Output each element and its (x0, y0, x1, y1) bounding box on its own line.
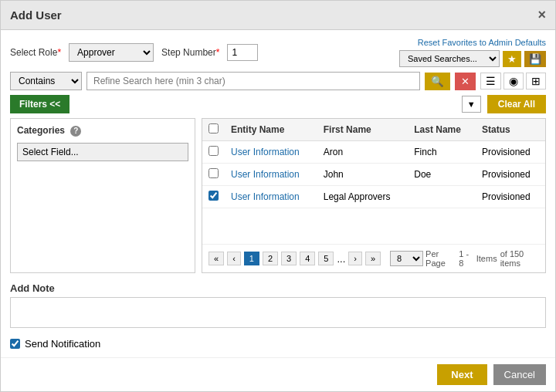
add-note-section: Add Note (10, 282, 546, 330)
modal-title: Add User (10, 8, 62, 22)
contains-select[interactable]: Contains Starts With Ends With (10, 72, 82, 90)
modal-footer: Next Cancel (1, 357, 555, 391)
col-status: Status (476, 119, 545, 141)
grid-view-button[interactable]: ⊞ (526, 73, 546, 90)
cell-last-2: Doe (408, 164, 476, 186)
saved-searches-section: Reset Favorites to Admin Defaults Saved … (399, 38, 546, 67)
cell-status-1: Provisioned (476, 141, 545, 164)
cell-status-3: Provisioned (476, 186, 545, 208)
col-first-name: First Name (317, 119, 409, 141)
table-header-row: Entity Name First Name Last Name Status (202, 119, 545, 141)
per-page-select[interactable]: 8 16 25 (390, 251, 423, 266)
role-select[interactable]: Approver Reviewer Admin (69, 43, 154, 62)
view-icons: ☰ ◉ ⊞ (480, 73, 546, 90)
modal-header: Add User × (1, 1, 555, 30)
cell-last-3 (408, 186, 476, 208)
filters-button[interactable]: Filters << (10, 95, 70, 113)
main-content: Categories ? Select Field... Entity Name… (10, 118, 546, 273)
circle-view-button[interactable]: ◉ (503, 73, 524, 90)
select-all-checkbox[interactable] (208, 123, 219, 133)
star-button[interactable]: ★ (503, 51, 521, 67)
cell-first-3: Legal Approvers (317, 186, 409, 208)
cell-entity-2: User Information (225, 164, 317, 186)
results-table: Entity Name First Name Last Name Status … (202, 119, 545, 208)
step-number-input[interactable] (227, 44, 258, 61)
right-panel: Entity Name First Name Last Name Status … (202, 118, 546, 273)
select-role-label: Select Role* (10, 47, 61, 58)
search-input[interactable] (86, 72, 420, 90)
items-label: Items (476, 254, 497, 263)
row-checkbox-3[interactable] (208, 191, 219, 201)
search-row: Contains Starts With Ends With 🔍 ✕ ☰ ◉ ⊞ (10, 72, 546, 90)
modal-body: Select Role* Approver Reviewer Admin Ste… (1, 30, 555, 357)
categories-header: Categories ? (17, 125, 188, 137)
page-2-button[interactable]: 2 (263, 252, 278, 265)
page-1-button[interactable]: 1 (244, 252, 259, 265)
filter-clearall-row: Filters << ▼ Clear All (10, 95, 546, 113)
cell-last-1: Finch (408, 141, 476, 164)
step-number-label: Step Number* (161, 47, 219, 58)
add-note-label: Add Note (10, 282, 546, 294)
close-button[interactable]: × (537, 7, 546, 23)
clear-x-button[interactable]: ✕ (455, 73, 476, 90)
page-3-button[interactable]: 3 (281, 252, 297, 265)
row-checkbox-2[interactable] (208, 168, 219, 178)
table-row: User Information John Doe Provisioned (202, 164, 545, 186)
send-notification-row: Send Notification (10, 338, 546, 350)
items-range: 1 - 8 (459, 249, 473, 268)
per-page-label: Per Page (425, 249, 449, 268)
help-icon[interactable]: ? (70, 126, 81, 137)
role-step-row: Select Role* Approver Reviewer Admin Ste… (10, 38, 546, 67)
cell-status-2: Provisioned (476, 164, 545, 186)
cancel-button[interactable]: Cancel (493, 364, 546, 385)
next-button[interactable]: Next (437, 364, 486, 385)
send-notification-checkbox[interactable] (10, 339, 20, 349)
last-page-button[interactable]: » (365, 252, 381, 265)
col-entity-name: Entity Name (225, 119, 317, 141)
table-container: Entity Name First Name Last Name Status … (202, 119, 545, 244)
table-row: User Information Aron Finch Provisioned (202, 141, 545, 164)
prev-page-button[interactable]: ‹ (227, 252, 241, 265)
pagination-row: « ‹ 1 2 3 4 5 ... › » 8 16 25 (202, 244, 545, 272)
first-page-button[interactable]: « (208, 252, 224, 265)
cell-first-2: John (317, 164, 409, 186)
dropdown-arrow-button[interactable]: ▼ (462, 96, 481, 113)
col-last-name: Last Name (408, 119, 476, 141)
add-user-modal: Add User × Select Role* Approver Reviewe… (0, 0, 556, 392)
cell-entity-1: User Information (225, 141, 317, 164)
list-view-button[interactable]: ☰ (480, 73, 501, 90)
cell-first-1: Aron (317, 141, 409, 164)
saved-search-select[interactable]: Saved Searches... (399, 50, 500, 67)
left-panel: Categories ? Select Field... Entity Name… (10, 118, 195, 273)
clear-all-button[interactable]: Clear All (487, 95, 546, 113)
ellipsis: ... (337, 253, 345, 265)
page-5-button[interactable]: 5 (318, 252, 334, 265)
note-textarea[interactable] (10, 297, 546, 328)
reset-favorites-link[interactable]: Reset Favorites to Admin Defaults (418, 38, 546, 47)
next-page-button[interactable]: › (348, 252, 362, 265)
field-select[interactable]: Select Field... Entity Name First Name L… (17, 143, 188, 161)
send-notification-label: Send Notification (25, 338, 100, 350)
page-4-button[interactable]: 4 (300, 252, 315, 265)
save-search-button[interactable]: 💾 (524, 51, 546, 67)
table-row: User Information Legal Approvers Provisi… (202, 186, 545, 208)
cell-entity-3: User Information (225, 186, 317, 208)
items-total: of 150 items (500, 249, 539, 268)
field-select-wrapper: Select Field... Entity Name First Name L… (17, 143, 188, 161)
saved-search-row: Saved Searches... ★ 💾 (399, 50, 546, 67)
search-button[interactable]: 🔍 (425, 73, 450, 90)
row-checkbox-1[interactable] (208, 146, 219, 156)
